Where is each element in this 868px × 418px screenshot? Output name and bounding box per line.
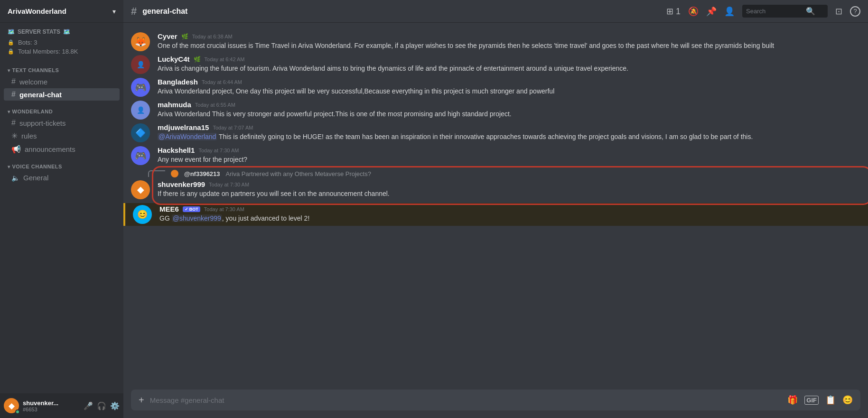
lock-icon: 🔒: [8, 39, 14, 46]
message-text-cyver: One of the most crucial issues is Time T…: [158, 41, 860, 51]
channel-title: general-chat: [142, 7, 187, 16]
channel-name-welcome: welcome: [19, 78, 47, 86]
server-header[interactable]: ArivaWonderland ▾: [0, 0, 123, 23]
chat-area: 🦊 Cyver 🌿 Today at 6:38 AM One of the mo…: [123, 23, 868, 418]
channel-name-general-voice: General: [23, 174, 48, 182]
deafen-icon[interactable]: 🎧: [97, 401, 106, 410]
message-text-mdj: @ArivaWonderland This is definitely goin…: [158, 132, 860, 142]
gift-icon[interactable]: 🎁: [787, 395, 798, 405]
channel-hash-icon: #: [131, 5, 137, 18]
avatar-bangladesh: 🎮: [131, 78, 150, 97]
hash-icon-rules: ✳: [11, 131, 18, 140]
avatar-hackshell: 🎮: [131, 146, 150, 165]
timestamp-mahmuda: Today at 6:55 AM: [195, 102, 235, 108]
message-text-shuvenker: If there is any update on partners you w…: [158, 189, 860, 199]
search-input[interactable]: [746, 8, 803, 15]
sticker-icon[interactable]: 📋: [825, 395, 836, 405]
sidebar-content: 🗺️ SERVER STATS 🗺️ 🔒 Bots: 3 🔒 Total Mem…: [0, 23, 123, 393]
username-hackshell: Hackshell1: [158, 146, 195, 154]
username-bangladesh: Bangladesh: [158, 78, 198, 86]
channel-item-general-chat[interactable]: # general-chat: [4, 88, 120, 101]
message-luckyc4t: 👤 LuckyC4t 🌿 Today at 6:42 AM Ariva is c…: [123, 53, 868, 76]
timestamp-mee6: Today at 7:30 AM: [204, 206, 244, 212]
channel-item-general-voice[interactable]: 🔈 General: [4, 172, 120, 184]
inbox-icon[interactable]: ⊡: [835, 6, 842, 17]
channel-item-announcements[interactable]: 📢 announcements: [4, 143, 120, 156]
members-icon[interactable]: 👤: [724, 6, 735, 17]
footer-icons: 🎤 🎧 ⚙️: [84, 401, 120, 410]
message-bangladesh: 🎮 Bangladesh Today at 6:44 AM Ariva Wond…: [123, 76, 868, 99]
user-avatar: ◆: [4, 398, 19, 413]
mention-shuvenker: @shuvenker999: [172, 214, 222, 222]
wonderland-category[interactable]: ▾ WONDERLAND: [0, 101, 123, 116]
user-info: shuvenker... #6653: [23, 399, 80, 412]
message-content-cyver: Cyver 🌿 Today at 6:38 AM One of the most…: [158, 32, 860, 51]
reply-avatar-mini: [171, 170, 178, 177]
message-hackshell: 🎮 Hackshell1 Today at 7:30 AM Any new ev…: [123, 144, 868, 167]
message-shuvenker: ◆ shuvenker999 Today at 7:30 AM If there…: [123, 179, 868, 201]
message-input[interactable]: [150, 396, 782, 404]
message-header-mdj: mdjuwelrana15 Today at 7:07 AM: [158, 123, 860, 131]
app: ArivaWonderland ▾ 🗺️ SERVER STATS 🗺️ 🔒 B…: [0, 0, 868, 418]
message-input-area: + 🎁 GIF 📋 😊: [123, 386, 868, 418]
search-bar[interactable]: 🔍: [742, 5, 828, 18]
timestamp-mdj: Today at 7:07 AM: [213, 125, 253, 130]
main-content: # general-chat ⊞ 1 🔕 📌 👤 🔍 ⊡ ?: [123, 0, 868, 418]
gif-icon[interactable]: GIF: [804, 396, 819, 405]
speaker-icon: 🔈: [11, 174, 19, 182]
server-stats-header: 🗺️ SERVER STATS 🗺️: [8, 28, 116, 35]
server-name: ArivaWonderland: [8, 7, 112, 15]
category-arrow-wonderland: ▾: [8, 109, 10, 114]
notification-icon[interactable]: 🔕: [688, 6, 699, 17]
text-channels-category[interactable]: ▾ TEXT CHANNELS: [0, 60, 123, 75]
avatar-luckyc4t: 👤: [131, 55, 150, 74]
message-text-luckyc4t: Ariva is changing the future of tourism.…: [158, 64, 860, 74]
message-content-mdj: mdjuwelrana15 Today at 7:07 AM @ArivaWon…: [158, 123, 860, 142]
mention-ariva: @ArivaWonderland: [158, 133, 217, 140]
members-count: Total Members: 18.8K: [18, 48, 78, 55]
timestamp-luckyc4t: Today at 6:42 AM: [205, 56, 245, 62]
channel-name-general: general-chat: [19, 91, 62, 99]
avatar-mee6: 😊: [133, 205, 152, 224]
channel-item-welcome[interactable]: # welcome: [4, 75, 120, 88]
message-content-luckyc4t: LuckyC4t 🌿 Today at 6:42 AM Ariva is cha…: [158, 55, 860, 74]
reply-line: [148, 170, 165, 177]
channel-item-support[interactable]: # support-tickets: [4, 117, 120, 129]
bots-stat: 🔒 Bots: 3: [8, 38, 116, 47]
chevron-down-icon: ▾: [112, 8, 116, 15]
username-mee6: MEE6: [159, 205, 179, 213]
username-mdj: mdjuwelrana15: [158, 123, 209, 131]
hash-icon-welcome: #: [11, 77, 16, 86]
category-arrow-voice: ▾: [8, 164, 10, 169]
online-status-dot: [15, 409, 20, 414]
bot-badge: ✓ BOT: [183, 206, 200, 212]
reply-preview: @nf3396213 Ariva Partnered with any Othe…: [131, 170, 868, 179]
stats-label: SERVER STATS: [18, 28, 60, 35]
voice-channels-category[interactable]: ▾ VOICE CHANNELS: [0, 156, 123, 171]
emoji-icon[interactable]: 😊: [842, 395, 853, 405]
reply-username: @nf3396213: [184, 170, 220, 177]
lock-icon2: 🔒: [8, 48, 14, 55]
add-attachment-icon[interactable]: +: [139, 395, 144, 406]
settings-icon[interactable]: ⚙️: [110, 401, 120, 410]
threads-icon[interactable]: ⊞ 1: [666, 6, 681, 17]
channel-item-rules[interactable]: ✳ rules: [4, 130, 120, 142]
channel-header: # general-chat ⊞ 1 🔕 📌 👤 🔍 ⊡ ?: [123, 0, 868, 23]
mute-icon[interactable]: 🎤: [84, 401, 93, 410]
user-tag: #6653: [23, 407, 80, 412]
message-content-mahmuda: mahmuda Today at 6:55 AM Ariva Wonderlan…: [158, 101, 860, 120]
hash-icon-support: #: [11, 119, 16, 127]
channel-name-rules: rules: [21, 132, 37, 140]
message-mdjuwelrana15: 🔷 mdjuwelrana15 Today at 7:07 AM @ArivaW…: [123, 121, 868, 144]
help-icon[interactable]: ?: [850, 6, 860, 17]
avatar-cyver: 🦊: [131, 32, 150, 51]
message-header-bangladesh: Bangladesh Today at 6:44 AM: [158, 78, 860, 86]
avatar-mdjuwelrana15: 🔷: [131, 123, 150, 142]
message-header-hackshell: Hackshell1 Today at 7:30 AM: [158, 146, 860, 154]
highlighted-group: @nf3396213 Ariva Partnered with any Othe…: [123, 170, 868, 201]
message-text-bangladesh: Ariva Wonderland project, One day this p…: [158, 87, 860, 96]
username-luckyc4t: LuckyC4t: [158, 55, 190, 63]
message-content-shuvenker: shuvenker999 Today at 7:30 AM If there i…: [158, 180, 860, 199]
leaf-badge-lucky: 🌿: [194, 56, 201, 63]
pin-icon[interactable]: 📌: [706, 6, 717, 17]
